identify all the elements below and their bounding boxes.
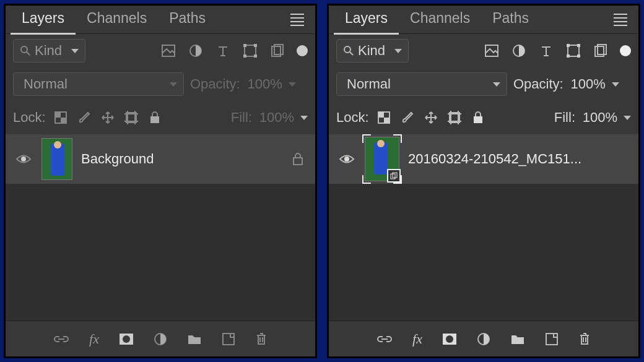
svg-point-20: [21, 157, 26, 162]
new-adjustment-icon[interactable]: [154, 332, 167, 346]
svg-rect-38: [378, 112, 384, 118]
filter-adjustment-icon[interactable]: [508, 42, 529, 59]
search-icon: [343, 45, 354, 56]
filter-pixel-icon[interactable]: [481, 42, 502, 59]
filter-pixel-icon[interactable]: [158, 42, 179, 59]
lock-all-icon[interactable]: [146, 109, 163, 126]
new-layer-icon[interactable]: [545, 332, 559, 346]
svg-rect-52: [546, 334, 557, 345]
filter-type-icon[interactable]: [536, 42, 557, 59]
link-layers-icon[interactable]: [376, 334, 393, 344]
tab-paths[interactable]: Paths: [481, 6, 540, 33]
svg-rect-45: [474, 116, 482, 123]
chevron-down-icon: [170, 82, 177, 87]
visibility-toggle-icon[interactable]: [337, 153, 356, 165]
layer-name-label[interactable]: Background: [81, 151, 281, 167]
panel-menu-icon[interactable]: [607, 10, 633, 30]
svg-line-1: [27, 52, 30, 55]
svg-point-0: [21, 46, 27, 53]
filter-shape-icon[interactable]: [240, 42, 261, 59]
chevron-down-icon[interactable]: [300, 116, 308, 120]
fx-icon[interactable]: fx: [89, 331, 99, 347]
tab-layers[interactable]: Layers: [334, 6, 399, 35]
filter-smartobject-icon[interactable]: [267, 42, 288, 59]
filter-shape-icon[interactable]: [563, 42, 584, 59]
blend-row: Normal Opacity: 100%: [329, 67, 638, 101]
panel-menu-icon[interactable]: [284, 10, 310, 30]
blend-mode-select[interactable]: Normal: [336, 72, 507, 96]
filter-row: Kind: [6, 34, 315, 67]
tab-channels[interactable]: Channels: [76, 6, 158, 33]
chevron-down-icon[interactable]: [289, 82, 296, 87]
add-mask-icon[interactable]: [442, 333, 457, 345]
lock-artboard-icon[interactable]: [123, 109, 140, 126]
chevron-down-icon[interactable]: [612, 82, 619, 87]
svg-rect-33: [567, 54, 570, 58]
layer-row[interactable]: Background: [6, 134, 315, 184]
layer-list: Background: [6, 134, 315, 321]
layer-row[interactable]: 20160324-210542_MC151...: [329, 134, 638, 184]
svg-line-27: [350, 52, 353, 55]
lock-position-icon[interactable]: [99, 109, 116, 126]
svg-rect-21: [294, 158, 302, 165]
svg-rect-32: [577, 44, 580, 47]
svg-rect-39: [384, 118, 389, 123]
fill-label: Fill:: [554, 110, 575, 126]
lock-transparency-icon[interactable]: [52, 109, 69, 126]
svg-rect-19: [150, 116, 159, 123]
svg-rect-8: [254, 54, 257, 58]
blend-mode-select[interactable]: Normal: [13, 72, 184, 96]
svg-rect-12: [55, 112, 61, 118]
fill-value[interactable]: 100%: [258, 110, 294, 126]
trash-icon[interactable]: [255, 332, 268, 346]
trash-icon[interactable]: [578, 332, 591, 346]
link-layers-icon[interactable]: [53, 334, 69, 344]
lock-artboard-icon[interactable]: [446, 109, 463, 126]
filter-row: Kind: [329, 34, 638, 67]
lock-transparency-icon[interactable]: [375, 109, 393, 126]
new-adjustment-icon[interactable]: [477, 332, 490, 346]
svg-rect-6: [254, 44, 257, 47]
filter-kind-select[interactable]: Kind: [336, 39, 409, 62]
fill-label: Fill:: [231, 110, 252, 126]
lock-icon: [289, 150, 307, 168]
filter-toggle[interactable]: [297, 45, 308, 56]
lock-position-icon[interactable]: [422, 109, 440, 126]
layer-name-label[interactable]: 20160324-210542_MC151...: [408, 151, 630, 167]
new-group-icon[interactable]: [187, 333, 202, 345]
filter-kind-select[interactable]: Kind: [13, 39, 85, 62]
lock-brush-icon[interactable]: [399, 109, 416, 126]
fx-icon[interactable]: fx: [412, 331, 422, 347]
chevron-down-icon[interactable]: [624, 116, 631, 120]
new-layer-icon[interactable]: [222, 332, 235, 346]
tab-channels[interactable]: Channels: [399, 6, 481, 33]
fill-value[interactable]: 100%: [581, 110, 617, 126]
lock-row: Lock: Fill: 100%: [329, 101, 638, 134]
new-group-icon[interactable]: [510, 333, 525, 345]
smart-object-badge-icon: [387, 169, 401, 183]
panel-tabs: Layers Channels Paths: [6, 6, 315, 34]
lock-label: Lock:: [13, 110, 46, 126]
lock-brush-icon[interactable]: [76, 109, 93, 126]
svg-rect-34: [577, 54, 580, 58]
svg-point-23: [123, 335, 130, 343]
opacity-value[interactable]: 100%: [570, 76, 606, 92]
lock-label: Lock:: [336, 110, 369, 126]
filter-toggle[interactable]: [620, 45, 631, 56]
panel-footer: fx: [6, 321, 315, 356]
tab-layers[interactable]: Layers: [11, 6, 76, 35]
layer-thumbnail[interactable]: [41, 138, 72, 180]
filter-type-icon[interactable]: [212, 42, 233, 59]
filter-adjustment-icon[interactable]: [185, 42, 206, 59]
svg-point-46: [344, 157, 349, 162]
opacity-label: Opacity:: [190, 76, 240, 92]
add-mask-icon[interactable]: [119, 333, 134, 345]
lock-all-icon[interactable]: [469, 109, 487, 126]
svg-rect-25: [223, 334, 234, 345]
layer-thumbnail[interactable]: [365, 137, 399, 181]
visibility-toggle-icon[interactable]: [14, 153, 33, 165]
opacity-value[interactable]: 100%: [246, 76, 282, 92]
tab-paths[interactable]: Paths: [158, 6, 217, 33]
filter-smartobject-icon[interactable]: [590, 42, 611, 59]
svg-rect-13: [61, 118, 66, 123]
